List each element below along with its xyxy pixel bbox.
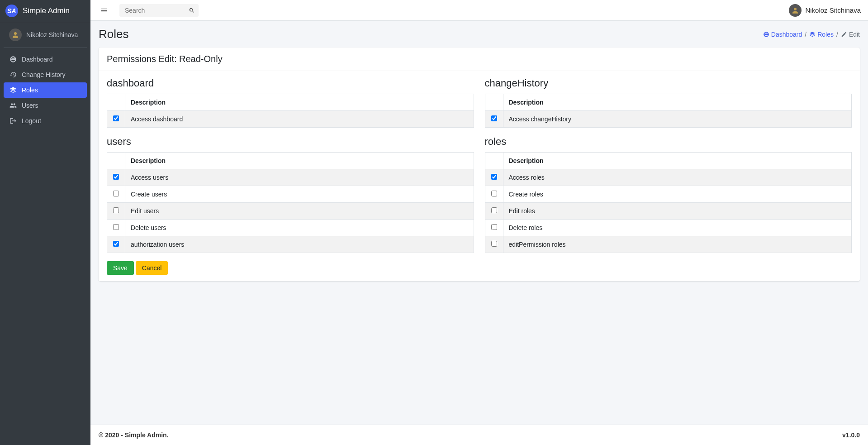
breadcrumb-label: Dashboard — [771, 31, 802, 38]
table-row: editPermission roles — [485, 236, 852, 253]
brand-logo-icon: SA — [5, 5, 18, 17]
table-header-check — [485, 153, 503, 169]
breadcrumb-label: Roles — [817, 31, 834, 38]
perm-desc: Create users — [125, 186, 474, 203]
perm-checkbox[interactable] — [491, 115, 497, 121]
breadcrumb-current: Edit — [841, 31, 860, 38]
perm-check-cell — [107, 203, 125, 220]
perm-check-cell — [107, 236, 125, 253]
perm-check-cell — [485, 186, 503, 203]
search-icon[interactable] — [189, 7, 195, 14]
sidebar-user-name: Nikoloz Sitchinava — [26, 31, 78, 38]
breadcrumb-separator: / — [805, 31, 806, 38]
breadcrumb-roles[interactable]: Roles — [809, 31, 834, 38]
permissions-card: Permissions Edit: Read-Only dashboard De… — [99, 48, 860, 281]
perm-check-cell — [107, 169, 125, 186]
sidebar-item-users[interactable]: Users — [4, 98, 87, 113]
form-actions: Save Cancel — [107, 261, 852, 275]
layers-icon — [809, 31, 816, 38]
avatar — [789, 4, 802, 17]
table-row: Edit roles — [485, 203, 852, 220]
perm-check-cell — [485, 236, 503, 253]
perm-desc: Access changeHistory — [503, 111, 852, 128]
dashboard-icon — [763, 31, 769, 38]
sidebar-item-dashboard[interactable]: Dashboard — [4, 52, 87, 67]
perm-check-cell — [485, 111, 503, 128]
breadcrumb: Dashboard / Roles / Edit — [763, 31, 860, 38]
sidebar-nav: Dashboard Change History Roles Users — [0, 48, 90, 132]
perm-table: Description Access usersCreate usersEdit… — [107, 152, 474, 253]
perm-desc: Delete roles — [503, 220, 852, 236]
table-row: Create roles — [485, 186, 852, 203]
save-button[interactable]: Save — [107, 261, 134, 275]
perm-section-dashboard: dashboard Description Access dashboard — [107, 77, 474, 136]
perm-desc: Access roles — [503, 169, 852, 186]
table-row: Access changeHistory — [485, 111, 852, 128]
perm-checkbox[interactable] — [491, 224, 497, 230]
table-row: Access dashboard — [107, 111, 474, 128]
topnav-user[interactable]: Nikoloz Sitchinava — [789, 4, 861, 17]
content: Permissions Edit: Read-Only dashboard De… — [90, 48, 868, 425]
perm-table: Description Access changeHistory — [485, 94, 852, 128]
perm-section-title: changeHistory — [485, 77, 852, 89]
perm-checkbox[interactable] — [113, 191, 119, 196]
sidebar-item-roles[interactable]: Roles — [4, 82, 87, 98]
table-row: Delete users — [107, 220, 474, 236]
cancel-button[interactable]: Cancel — [136, 261, 168, 275]
perm-checkbox[interactable] — [113, 115, 119, 121]
perm-desc: Edit users — [125, 203, 474, 220]
table-header-desc: Description — [125, 153, 474, 169]
sidebar-user-panel[interactable]: Nikoloz Sitchinava — [4, 22, 87, 48]
perm-desc: authorization users — [125, 236, 474, 253]
perm-desc: Access users — [125, 169, 474, 186]
search-input[interactable] — [119, 4, 199, 17]
sidebar-item-label: Dashboard — [22, 56, 53, 63]
table-row: Edit users — [107, 203, 474, 220]
brand-name: Simple Admin — [23, 6, 70, 15]
sidebar-item-change-history[interactable]: Change History — [4, 67, 87, 82]
perm-check-cell — [107, 111, 125, 128]
perm-checkbox[interactable] — [113, 241, 119, 247]
footer-version: v1.0.0 — [842, 431, 860, 439]
perm-section-roles: roles Description Access rolesCreate rol… — [485, 136, 852, 261]
perm-checkbox[interactable] — [113, 224, 119, 230]
perm-section-changehistory: changeHistory Description Access changeH… — [485, 77, 852, 136]
perm-desc: Delete users — [125, 220, 474, 236]
breadcrumb-separator: / — [836, 31, 838, 38]
sidebar-item-label: Logout — [22, 117, 41, 124]
perm-section-title: users — [107, 136, 474, 148]
perm-desc: Create roles — [503, 186, 852, 203]
topnav: Nikoloz Sitchinava — [90, 0, 868, 21]
perm-checkbox[interactable] — [491, 207, 497, 213]
perm-checkbox[interactable] — [491, 241, 497, 247]
sidebar-item-label: Users — [22, 102, 38, 109]
perm-checkbox[interactable] — [491, 191, 497, 196]
svg-point-0 — [14, 32, 17, 35]
table-row: authorization users — [107, 236, 474, 253]
perm-check-cell — [485, 203, 503, 220]
page-title: Roles — [99, 27, 128, 41]
perm-check-cell — [107, 220, 125, 236]
breadcrumb-dashboard[interactable]: Dashboard — [763, 31, 802, 38]
avatar — [9, 29, 22, 41]
table-row: Delete roles — [485, 220, 852, 236]
perm-checkbox[interactable] — [113, 174, 119, 180]
perm-check-cell — [485, 220, 503, 236]
perm-desc: editPermission roles — [503, 236, 852, 253]
sidebar-item-logout[interactable]: Logout — [4, 113, 87, 129]
perm-desc: Edit roles — [503, 203, 852, 220]
layers-icon — [9, 86, 17, 94]
table-header-check — [107, 153, 125, 169]
table-row: Access roles — [485, 169, 852, 186]
table-header-check — [485, 94, 503, 111]
table-header-desc: Description — [125, 94, 474, 111]
perm-check-cell — [485, 169, 503, 186]
perm-section-users: users Description Access usersCreate use… — [107, 136, 474, 261]
brand[interactable]: SA Simple Admin — [0, 0, 90, 22]
table-header-check — [107, 94, 125, 111]
perm-checkbox[interactable] — [491, 174, 497, 180]
perm-check-cell — [107, 186, 125, 203]
menu-toggle-icon[interactable] — [98, 4, 110, 17]
breadcrumb-label: Edit — [849, 31, 860, 38]
perm-checkbox[interactable] — [113, 207, 119, 213]
